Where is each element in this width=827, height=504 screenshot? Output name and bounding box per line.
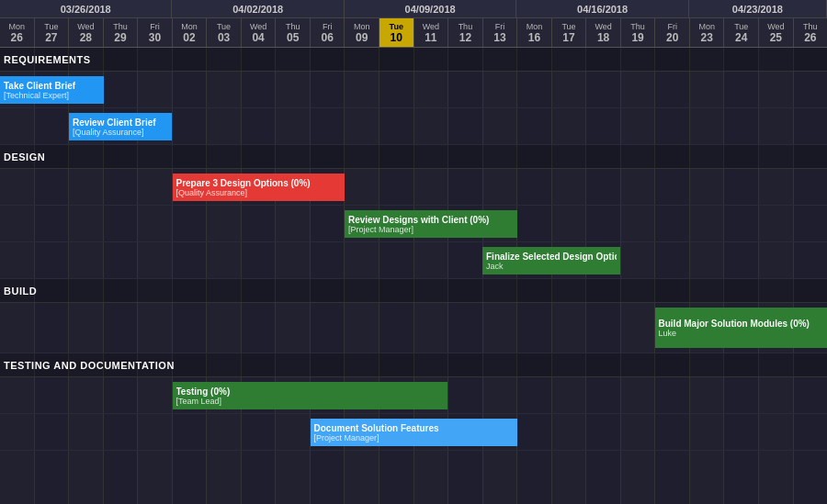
day-06-fri: Fri06 [311, 18, 346, 47]
task-resource-take-client-brief: [Technical Expert] [4, 91, 100, 100]
week-label-3: 04/09/2018 [345, 0, 516, 17]
day-26-mon: Mon26 [0, 18, 35, 47]
task-name-prepare-design: Prepare 3 Design Options (0%) [176, 178, 342, 188]
task-bar-testing[interactable]: Testing (0%) [Team Lead] [173, 382, 448, 409]
task-resource-prepare-design: [Quality Assurance] [176, 188, 342, 197]
task-resource-build-modules: Luke [659, 329, 824, 338]
day-29-thu: Thu29 [104, 18, 139, 47]
task-resource-review-designs: [Project Manager] [348, 225, 514, 234]
task-resource-review-client-brief: [Quality Assurance] [73, 128, 169, 137]
day-18-wed: Wed18 [586, 18, 621, 47]
week-header-row: 03/26/2018 04/02/2018 04/09/2018 04/16/2… [0, 0, 827, 18]
section-build-label: BUILD [4, 286, 37, 297]
day-09-mon: Mon09 [345, 18, 380, 47]
day-05-thu: Thu05 [276, 18, 311, 47]
section-testing-label: TESTING AND DOCUMENTATION [4, 360, 175, 371]
task-name-review-client-brief: Review Client Brief [73, 118, 169, 128]
task-name-finalize-design: Finalize Selected Design Option (0%) [486, 252, 617, 262]
day-19-thu: Thu19 [621, 18, 656, 47]
section-design: DESIGN [0, 145, 827, 169]
task-bar-review-client-brief[interactable]: Review Client Brief [Quality Assurance] [69, 113, 173, 140]
task-row-testing: Testing (0%) [Team Lead] [0, 377, 827, 414]
day-16-mon: Mon16 [517, 18, 552, 47]
task-name-build-modules: Build Major Solution Modules (0%) [659, 319, 824, 329]
task-name-document-features: Document Solution Features [314, 423, 514, 433]
day-20-fri: Fri20 [655, 18, 690, 47]
task-row-take-client-brief: Take Client Brief [Technical Expert] [0, 72, 827, 108]
task-row-prepare-design: Prepare 3 Design Options (0%) [Quality A… [0, 169, 827, 206]
gantt-body: REQUIREMENTS Take Client Brief [Technica… [0, 48, 827, 504]
task-bar-review-designs[interactable]: Review Designs with Client (0%) [Project… [345, 210, 517, 238]
day-25-wed: Wed25 [759, 18, 794, 47]
day-28-wed: Wed28 [69, 18, 104, 47]
day-04-wed: Wed04 [242, 18, 277, 47]
task-resource-document-features: [Project Manager] [314, 433, 514, 442]
week-label-5: 04/23/2018 [689, 0, 827, 17]
day-24-tue: Tue24 [724, 18, 759, 47]
day-23-mon: Mon23 [690, 18, 725, 47]
day-header-row: Mon26 Tue27 Wed28 Thu29 Fri30 Mon02 Tue0… [0, 18, 827, 48]
day-10-tue-today: Tue10 [380, 18, 414, 47]
day-30-fri: Fri30 [138, 18, 173, 47]
section-requirements-label: REQUIREMENTS [4, 54, 91, 65]
week-label-1: 03/26/2018 [0, 0, 172, 17]
task-bar-build-modules[interactable]: Build Major Solution Modules (0%) Luke [655, 308, 828, 348]
task-bar-document-features[interactable]: Document Solution Features [Project Mana… [311, 419, 517, 446]
day-17-tue: Tue17 [552, 18, 587, 47]
day-03-tue: Tue03 [207, 18, 242, 47]
task-row-review-client-brief: Review Client Brief [Quality Assurance] [0, 108, 827, 145]
task-resource-finalize-design: Jack [486, 262, 617, 271]
day-12-thu: Thu12 [448, 18, 483, 47]
task-row-build-modules: Build Major Solution Modules (0%) Luke [0, 303, 827, 353]
section-requirements: REQUIREMENTS [0, 48, 827, 72]
task-resource-testing: [Team Lead] [176, 397, 445, 406]
section-build: BUILD [0, 279, 827, 303]
day-11-wed: Wed11 [414, 18, 449, 47]
day-27-tue: Tue27 [35, 18, 70, 47]
section-design-label: DESIGN [4, 151, 45, 162]
week-label-4: 04/16/2018 [516, 0, 688, 17]
task-bar-take-client-brief[interactable]: Take Client Brief [Technical Expert] [0, 76, 104, 104]
day-26-thu: Thu26 [794, 18, 827, 47]
week-label-2: 04/02/2018 [172, 0, 344, 17]
task-row-finalize-design: Finalize Selected Design Option (0%) Jac… [0, 242, 827, 279]
task-name-review-designs: Review Designs with Client (0%) [348, 215, 514, 225]
gantt-rows: REQUIREMENTS Take Client Brief [Technica… [0, 48, 827, 504]
task-bar-finalize-design[interactable]: Finalize Selected Design Option (0%) Jac… [482, 247, 620, 274]
task-row-document-features: Document Solution Features [Project Mana… [0, 414, 827, 451]
task-name-testing: Testing (0%) [176, 386, 445, 397]
section-testing: TESTING AND DOCUMENTATION [0, 353, 827, 377]
day-13-fri: Fri13 [483, 18, 518, 47]
task-bar-prepare-design[interactable]: Prepare 3 Design Options (0%) [Quality A… [173, 174, 346, 201]
task-row-review-designs: Review Designs with Client (0%) [Project… [0, 206, 827, 242]
day-02-mon: Mon02 [173, 18, 208, 47]
gantt-chart: 03/26/2018 04/02/2018 04/09/2018 04/16/2… [0, 0, 827, 504]
task-name-take-client-brief: Take Client Brief [4, 81, 100, 91]
